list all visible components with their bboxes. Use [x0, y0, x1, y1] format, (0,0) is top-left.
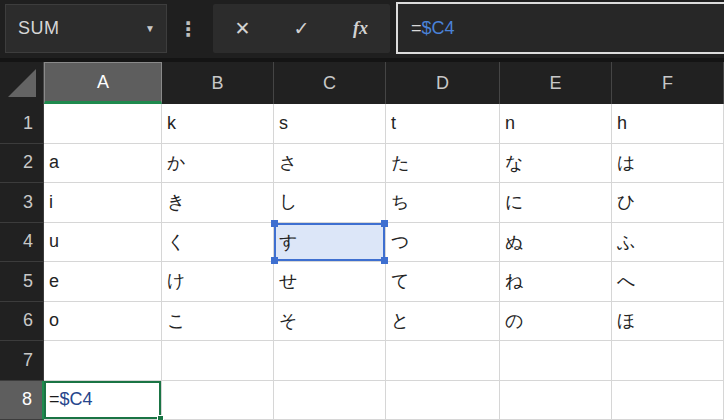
cell-D6[interactable]: と [386, 302, 500, 342]
column-header-E[interactable]: E [500, 62, 612, 104]
cell-A5[interactable]: e [44, 262, 162, 302]
cell-E2[interactable]: な [500, 144, 612, 184]
cell-C1[interactable]: s [274, 104, 386, 144]
formula-equals: = [411, 18, 422, 38]
cell-D7[interactable] [386, 341, 500, 381]
cell-B2[interactable]: か [162, 144, 274, 184]
cell-formula-equals: = [49, 389, 60, 410]
cell-F5[interactable]: へ [612, 262, 724, 302]
selection-handle[interactable] [381, 257, 388, 264]
cell-A1[interactable] [44, 104, 162, 144]
cell-B3[interactable]: き [162, 183, 274, 223]
cell-D4[interactable]: つ [386, 223, 500, 263]
cell-B6[interactable]: こ [162, 302, 274, 342]
column-header-F[interactable]: F [612, 62, 724, 104]
formula-bar-text: =$C4 [398, 18, 455, 39]
cell-F6[interactable]: ほ [612, 302, 724, 342]
row-header-4[interactable]: 4 [0, 223, 44, 263]
cell-C4[interactable]: す [274, 223, 386, 263]
cell-B1[interactable]: k [162, 104, 274, 144]
select-all-triangle-icon [8, 69, 36, 97]
row-header-5[interactable]: 5 [0, 262, 44, 302]
name-box[interactable]: SUM ▼ [5, 4, 167, 53]
fill-handle[interactable] [157, 415, 164, 420]
confirm-icon[interactable]: ✓ [280, 17, 324, 40]
cell-F7[interactable] [612, 341, 724, 381]
cell-A2[interactable]: a [44, 144, 162, 184]
row-header-3[interactable]: 3 [0, 183, 44, 223]
cell-C3[interactable]: し [274, 183, 386, 223]
cell-C5[interactable]: せ [274, 262, 386, 302]
selection-handle[interactable] [271, 257, 278, 264]
row-header-2[interactable]: 2 [0, 144, 44, 184]
cell-E5[interactable]: ね [500, 262, 612, 302]
cell-D2[interactable]: た [386, 144, 500, 184]
cell-A8[interactable]: =$C4 [44, 381, 162, 420]
cell-A4[interactable]: u [44, 223, 162, 263]
column-header-D[interactable]: D [386, 62, 500, 104]
cell-C7[interactable] [274, 341, 386, 381]
cell-C2[interactable]: さ [274, 144, 386, 184]
cell-B8[interactable] [162, 381, 274, 420]
cell-D3[interactable]: ち [386, 183, 500, 223]
column-header-A[interactable]: A [44, 62, 162, 104]
cell-E4[interactable]: ぬ [500, 223, 612, 263]
cell-A3[interactable]: i [44, 183, 162, 223]
formula-toolbar: SUM ▼ ⋮ ✕ ✓ fx =$C4 [0, 0, 724, 58]
cell-E1[interactable]: n [500, 104, 612, 144]
cell-B5[interactable]: け [162, 262, 274, 302]
cell-A7[interactable] [44, 341, 162, 381]
cell-D5[interactable]: て [386, 262, 500, 302]
row-header-6[interactable]: 6 [0, 302, 44, 342]
cell-F8[interactable] [612, 381, 724, 420]
row-header-8[interactable]: 8 [0, 381, 44, 420]
cell-A6[interactable]: o [44, 302, 162, 342]
cell-E7[interactable] [500, 341, 612, 381]
insert-function-icon[interactable]: fx [339, 18, 383, 39]
name-box-dropdown-icon[interactable]: ▼ [145, 23, 155, 34]
sheet-grid: ABCDEF1kstnh2aかさたなは3iきしちにひ4uくすつぬふ5eけせてねへ… [0, 62, 724, 420]
selection-handle[interactable] [381, 220, 388, 227]
cell-C8[interactable] [274, 381, 386, 420]
column-header-C[interactable]: C [274, 62, 386, 104]
cancel-icon[interactable]: ✕ [221, 17, 265, 40]
selection-handle[interactable] [271, 220, 278, 227]
cell-F1[interactable]: h [612, 104, 724, 144]
formula-bar-input[interactable]: =$C4 [396, 2, 724, 54]
cell-C6[interactable]: そ [274, 302, 386, 342]
cell-B4[interactable]: く [162, 223, 274, 263]
cell-formula-reference: $C4 [60, 389, 93, 410]
toolbar-menu-icon[interactable]: ⋮ [179, 0, 197, 58]
cell-F4[interactable]: ふ [612, 223, 724, 263]
cell-E3[interactable]: に [500, 183, 612, 223]
cell-D1[interactable]: t [386, 104, 500, 144]
column-header-B[interactable]: B [162, 62, 274, 104]
cell-B7[interactable] [162, 341, 274, 381]
cell-E8[interactable] [500, 381, 612, 420]
select-all-button[interactable] [0, 62, 44, 104]
row-header-1[interactable]: 1 [0, 104, 44, 144]
formula-button-group: ✕ ✓ fx [213, 4, 390, 53]
cell-D8[interactable] [386, 381, 500, 420]
cell-F3[interactable]: ひ [612, 183, 724, 223]
cell-F2[interactable]: は [612, 144, 724, 184]
name-box-value: SUM [6, 18, 60, 39]
row-header-7[interactable]: 7 [0, 341, 44, 381]
formula-reference: $C4 [422, 18, 455, 38]
cell-E6[interactable]: の [500, 302, 612, 342]
